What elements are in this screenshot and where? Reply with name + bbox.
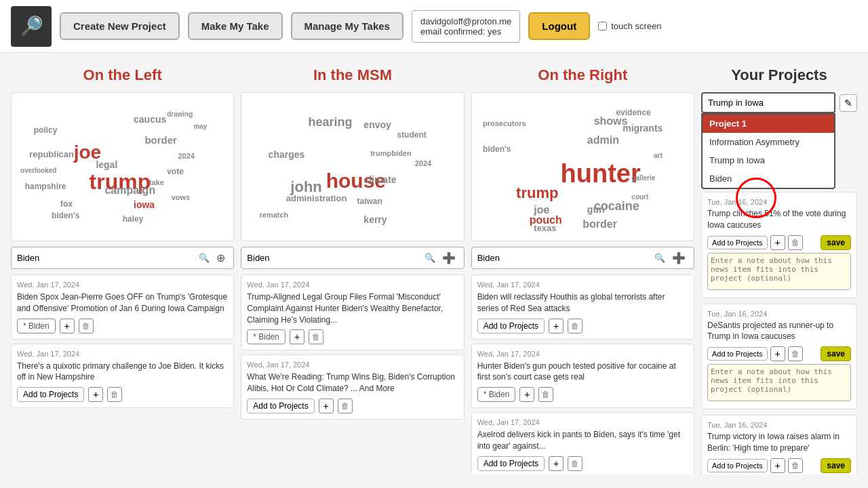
proj-add-row-1: Add to Projects + 🗑 save — [707, 235, 851, 250]
right-add-projects-button-1[interactable]: Add to Projects — [477, 319, 545, 333]
manage-my-takes-button[interactable]: Manage My Takes — [291, 12, 403, 40]
right-search-input[interactable] — [477, 253, 650, 263]
proj-plus-button-1[interactable]: + — [770, 235, 785, 250]
proj-save-button-3[interactable]: save — [821, 458, 851, 473]
right-search-bar: 🔍 ➕ — [471, 247, 694, 269]
proj-add-button-1[interactable]: Add to Projects — [707, 236, 768, 249]
create-new-project-button[interactable]: Create New Project — [60, 12, 180, 40]
proj-news-text-3: Trump victory in Iowa raises alarm in Be… — [707, 431, 851, 454]
right-trash-button-3[interactable]: 🗑 — [568, 456, 583, 471]
msm-plus-button-2[interactable]: + — [319, 399, 334, 413]
email-address: davidgoloff@proton.me — [420, 16, 511, 26]
touch-screen-checkbox[interactable] — [598, 22, 607, 30]
left-tag-button-1[interactable]: * Biden — [17, 319, 56, 333]
touch-screen-label: touch screen — [611, 21, 661, 31]
msm-search-input[interactable] — [247, 253, 420, 263]
msm-add-circle-button[interactable]: ➕ — [439, 250, 458, 266]
msm-search-icon[interactable]: 🔍 — [425, 253, 435, 263]
proj-trash-button-3[interactable]: 🗑 — [788, 458, 803, 473]
project-edit-button[interactable]: ✎ — [840, 94, 857, 112]
email-box: davidgoloff@proton.me email confirmed: y… — [412, 10, 520, 43]
msm-plus-button-1[interactable]: + — [290, 329, 304, 344]
proj-plus-button-2[interactable]: + — [770, 346, 785, 361]
right-news-actions-1: Add to Projects + 🗑 — [477, 319, 688, 333]
proj-add-button-3[interactable]: Add to Projects — [707, 459, 768, 472]
msm-trash-button-2[interactable]: 🗑 — [338, 399, 353, 413]
wordcloud-word: border — [144, 134, 177, 146]
dropdown-item-info-asymmetry[interactable]: Information Asymmetry — [703, 133, 834, 151]
msm-news-date-2: Wed, Jan 17, 2024 — [247, 361, 458, 369]
proj-note-2[interactable] — [707, 364, 851, 401]
msm-trash-button-1[interactable]: 🗑 — [309, 329, 323, 344]
header: 🔍 Create New Project Make My Take Manage… — [0, 0, 868, 53]
project-dropdown-list: Project 1 Information Asymmetry Trump in… — [701, 113, 835, 189]
proj-news-date-3: Tue, Jan 16, 2024 — [707, 421, 851, 429]
msm-add-projects-button-2[interactable]: Add to Projects — [247, 399, 314, 413]
proj-add-row-3: Add to Projects + 🗑 save — [707, 458, 851, 473]
left-trash-button-2[interactable]: 🗑 — [107, 387, 122, 402]
proj-news-text-1: Trump clinches 51% of the vote during Io… — [707, 208, 851, 231]
wordcloud-word: take — [149, 178, 164, 186]
left-search-icon[interactable]: 🔍 — [199, 253, 210, 263]
msm-news-text-2: What We're Reading: Trump Wins Big, Bide… — [247, 371, 458, 394]
right-trash-button-2[interactable]: 🗑 — [538, 387, 553, 402]
make-my-take-button[interactable]: Make My Take — [188, 12, 283, 40]
msm-news-text-1: Trump-Aligned Legal Group Files Formal '… — [247, 291, 458, 325]
wordcloud-word: kerry — [363, 214, 387, 225]
wordcloud-word: hampshire — [25, 182, 66, 191]
right-news-actions-3: Add to Projects + 🗑 — [477, 456, 688, 471]
left-news-text-2: There's a quixotic primary challenge to … — [17, 361, 228, 384]
logout-button[interactable]: Logout — [528, 12, 590, 40]
right-add-circle-button[interactable]: ➕ — [669, 250, 688, 266]
right-plus-button-1[interactable]: + — [549, 319, 564, 333]
wordcloud-word: fox — [60, 199, 73, 209]
right-tag-button-2[interactable]: * Biden — [477, 387, 516, 402]
right-trash-button-1[interactable]: 🗑 — [568, 319, 583, 333]
wordcloud-word: hearing — [309, 115, 353, 129]
left-wordcloud: trumpjoecampaignrepublicaniowalegalborde… — [11, 92, 234, 241]
left-news-item-1: Wed, Jan 17, 2024 Biden Spox Jean-Pierre… — [11, 274, 234, 340]
dropdown-item-project1[interactable]: Project 1 — [703, 115, 834, 133]
wordcloud-word: policy — [34, 125, 58, 135]
proj-trash-button-1[interactable]: 🗑 — [788, 235, 803, 250]
right-plus-button-2[interactable]: + — [519, 387, 534, 402]
proj-add-button-2[interactable]: Add to Projects — [707, 347, 768, 361]
left-news-date-1: Wed, Jan 17, 2024 — [17, 281, 228, 289]
left-trash-button-1[interactable]: 🗑 — [79, 319, 94, 333]
msm-tag-button-1[interactable]: * Biden — [247, 329, 285, 344]
project-news-list: Tue, Jan 16, 2024 Trump clinches 51% of … — [701, 192, 857, 474]
right-search-icon[interactable]: 🔍 — [654, 253, 665, 263]
proj-save-button-2[interactable]: save — [821, 346, 851, 361]
proj-plus-button-3[interactable]: + — [770, 458, 785, 473]
project-select-input[interactable] — [701, 92, 835, 113]
wordcloud-word: student — [397, 130, 426, 140]
left-plus-button-2[interactable]: + — [88, 387, 103, 402]
proj-note-1[interactable] — [707, 253, 851, 290]
dropdown-item-biden[interactable]: Biden — [703, 169, 834, 188]
wordcloud-word: overlooked — [20, 167, 56, 174]
msm-column: In the MSM housejohnhearingenvoystudentc… — [241, 66, 464, 474]
wordcloud-word: charges — [269, 149, 305, 160]
right-news-date-3: Wed, Jan 17, 2024 — [477, 418, 688, 426]
wordcloud-word: iowa — [134, 199, 155, 210]
right-plus-button-3[interactable]: + — [549, 456, 564, 471]
wordcloud-word: biden's — [52, 211, 80, 220]
dropdown-item-trump-iowa[interactable]: Trump in Iowa — [703, 151, 834, 169]
touch-screen-container: touch screen — [598, 21, 661, 31]
left-add-projects-button-2[interactable]: Add to Projects — [17, 387, 84, 402]
wordcloud-word: caucus — [134, 114, 166, 125]
proj-news-date-1: Tue, Jan 16, 2024 — [707, 198, 851, 206]
left-news-list: Wed, Jan 17, 2024 Biden Spox Jean-Pierre… — [11, 274, 234, 474]
left-search-bar: 🔍 ⊕ — [11, 247, 234, 269]
proj-news-item-3: Tue, Jan 16, 2024 Trump victory in Iowa … — [701, 415, 857, 474]
left-add-circle-button[interactable]: ⊕ — [214, 250, 228, 266]
msm-news-date-1: Wed, Jan 17, 2024 — [247, 281, 458, 289]
wordcloud-word: republican — [29, 149, 74, 159]
right-add-projects-button-3[interactable]: Add to Projects — [477, 456, 545, 471]
right-news-item-1: Wed, Jan 17, 2024 Biden will reclassify … — [471, 274, 694, 340]
proj-save-button-1[interactable]: save — [821, 235, 851, 250]
left-news-date-2: Wed, Jan 17, 2024 — [17, 350, 228, 358]
left-plus-button-1[interactable]: + — [60, 319, 75, 333]
left-search-input[interactable] — [17, 253, 195, 263]
proj-trash-button-2[interactable]: 🗑 — [788, 346, 803, 361]
